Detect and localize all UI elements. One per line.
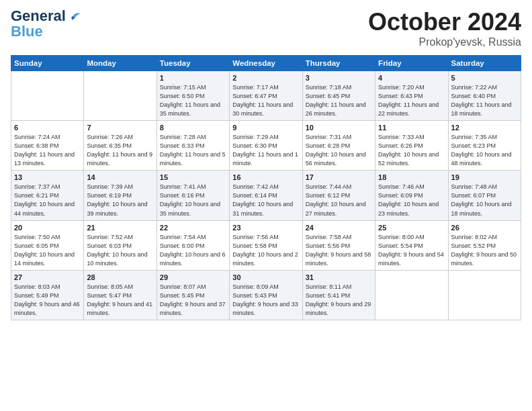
day-cell: 21Sunrise: 7:52 AMSunset: 6:03 PMDayligh… — [84, 220, 157, 270]
location: Prokop'yevsk, Russia — [368, 36, 521, 48]
day-cell: 3Sunrise: 7:18 AMSunset: 6:45 PMDaylight… — [302, 71, 375, 121]
logo-bird-icon — [67, 11, 82, 21]
day-number: 10 — [306, 124, 372, 132]
day-number: 22 — [160, 224, 226, 232]
week-row-5: 27Sunrise: 8:03 AMSunset: 5:49 PMDayligh… — [11, 270, 521, 320]
day-cell: 18Sunrise: 7:46 AMSunset: 6:09 PMDayligh… — [375, 171, 448, 220]
day-info: Sunrise: 7:33 AMSunset: 6:26 PMDaylight:… — [378, 133, 445, 168]
day-info: Sunrise: 7:26 AMSunset: 6:35 PMDaylight:… — [87, 133, 153, 168]
day-info: Sunrise: 7:56 AMSunset: 5:58 PMDaylight:… — [232, 233, 299, 268]
day-info: Sunrise: 8:03 AMSunset: 5:49 PMDaylight:… — [14, 283, 81, 318]
day-cell: 2Sunrise: 7:17 AMSunset: 6:47 PMDaylight… — [230, 71, 302, 121]
week-row-1: 1Sunrise: 7:15 AMSunset: 6:50 PMDaylight… — [11, 71, 521, 121]
day-number: 27 — [14, 273, 81, 281]
day-info: Sunrise: 7:35 AMSunset: 6:23 PMDaylight:… — [451, 133, 518, 168]
day-number: 5 — [451, 74, 518, 82]
page-header: General Blue October 2024 Prokop'yevsk, … — [11, 8, 521, 48]
day-number: 31 — [306, 273, 372, 281]
col-header-monday: Monday — [84, 56, 157, 71]
logo-general: General — [11, 7, 66, 24]
day-cell: 31Sunrise: 8:11 AMSunset: 5:41 PMDayligh… — [302, 270, 375, 320]
day-info: Sunrise: 7:52 AMSunset: 6:03 PMDaylight:… — [87, 233, 153, 268]
day-info: Sunrise: 7:31 AMSunset: 6:28 PMDaylight:… — [306, 133, 372, 168]
logo: General Blue — [11, 8, 82, 39]
day-cell: 5Sunrise: 7:22 AMSunset: 6:40 PMDaylight… — [448, 71, 521, 121]
day-cell: 25Sunrise: 8:00 AMSunset: 5:54 PMDayligh… — [375, 220, 448, 270]
day-cell: 26Sunrise: 8:02 AMSunset: 5:52 PMDayligh… — [448, 220, 521, 270]
day-cell: 8Sunrise: 7:28 AMSunset: 6:33 PMDaylight… — [157, 121, 229, 171]
day-number: 19 — [451, 173, 518, 181]
day-info: Sunrise: 7:46 AMSunset: 6:09 PMDaylight:… — [378, 183, 445, 218]
day-cell: 30Sunrise: 8:09 AMSunset: 5:43 PMDayligh… — [230, 270, 302, 320]
page-container: General Blue October 2024 Prokop'yevsk, … — [0, 0, 532, 326]
day-info: Sunrise: 7:18 AMSunset: 6:45 PMDaylight:… — [306, 83, 372, 118]
day-cell: 1Sunrise: 7:15 AMSunset: 6:50 PMDaylight… — [157, 71, 229, 121]
week-row-3: 13Sunrise: 7:37 AMSunset: 6:21 PMDayligh… — [11, 171, 521, 220]
day-cell: 15Sunrise: 7:41 AMSunset: 6:16 PMDayligh… — [157, 171, 229, 220]
col-header-tuesday: Tuesday — [157, 56, 229, 71]
day-number: 23 — [232, 224, 299, 232]
day-number: 12 — [451, 124, 518, 132]
day-info: Sunrise: 8:00 AMSunset: 5:54 PMDaylight:… — [378, 233, 445, 268]
day-info: Sunrise: 7:28 AMSunset: 6:33 PMDaylight:… — [160, 133, 226, 168]
day-info: Sunrise: 7:44 AMSunset: 6:12 PMDaylight:… — [306, 183, 372, 218]
day-cell: 24Sunrise: 7:58 AMSunset: 5:56 PMDayligh… — [302, 220, 375, 270]
day-number: 26 — [451, 224, 518, 232]
day-number: 28 — [87, 273, 153, 281]
day-cell: 11Sunrise: 7:33 AMSunset: 6:26 PMDayligh… — [375, 121, 448, 171]
day-number: 18 — [378, 173, 445, 181]
week-row-2: 6Sunrise: 7:24 AMSunset: 6:38 PMDaylight… — [11, 121, 521, 171]
day-cell: 9Sunrise: 7:29 AMSunset: 6:30 PMDaylight… — [230, 121, 302, 171]
day-info: Sunrise: 8:11 AMSunset: 5:41 PMDaylight:… — [306, 283, 372, 318]
day-info: Sunrise: 8:09 AMSunset: 5:43 PMDaylight:… — [232, 283, 299, 318]
day-cell: 16Sunrise: 7:42 AMSunset: 6:14 PMDayligh… — [230, 171, 302, 220]
day-cell: 23Sunrise: 7:56 AMSunset: 5:58 PMDayligh… — [230, 220, 302, 270]
day-info: Sunrise: 7:39 AMSunset: 6:19 PMDaylight:… — [87, 183, 153, 218]
day-number: 2 — [232, 74, 299, 82]
day-cell: 13Sunrise: 7:37 AMSunset: 6:21 PMDayligh… — [11, 171, 84, 220]
day-info: Sunrise: 7:48 AMSunset: 6:07 PMDaylight:… — [451, 183, 518, 218]
day-number: 14 — [87, 173, 153, 181]
col-header-friday: Friday — [375, 56, 448, 71]
day-number: 24 — [306, 224, 372, 232]
week-row-4: 20Sunrise: 7:50 AMSunset: 6:05 PMDayligh… — [11, 220, 521, 270]
day-number: 29 — [160, 273, 226, 281]
day-cell: 10Sunrise: 7:31 AMSunset: 6:28 PMDayligh… — [302, 121, 375, 171]
day-number: 6 — [14, 124, 81, 132]
day-cell: 12Sunrise: 7:35 AMSunset: 6:23 PMDayligh… — [448, 121, 521, 171]
day-cell — [375, 270, 448, 320]
day-cell: 4Sunrise: 7:20 AMSunset: 6:43 PMDaylight… — [375, 71, 448, 121]
day-number: 25 — [378, 224, 445, 232]
day-cell: 17Sunrise: 7:44 AMSunset: 6:12 PMDayligh… — [302, 171, 375, 220]
col-header-wednesday: Wednesday — [230, 56, 302, 71]
day-cell: 14Sunrise: 7:39 AMSunset: 6:19 PMDayligh… — [84, 171, 157, 220]
day-number: 1 — [160, 74, 226, 82]
day-info: Sunrise: 7:54 AMSunset: 6:00 PMDaylight:… — [160, 233, 226, 268]
day-cell: 6Sunrise: 7:24 AMSunset: 6:38 PMDaylight… — [11, 121, 84, 171]
day-number: 17 — [306, 173, 372, 181]
day-cell: 7Sunrise: 7:26 AMSunset: 6:35 PMDaylight… — [84, 121, 157, 171]
day-number: 20 — [14, 224, 81, 232]
col-header-thursday: Thursday — [302, 56, 375, 71]
day-info: Sunrise: 7:17 AMSunset: 6:47 PMDaylight:… — [232, 83, 299, 118]
month-title: October 2024 — [368, 8, 521, 36]
day-cell — [11, 71, 84, 121]
col-header-saturday: Saturday — [448, 56, 521, 71]
day-cell: 20Sunrise: 7:50 AMSunset: 6:05 PMDayligh… — [11, 220, 84, 270]
day-number: 11 — [378, 124, 445, 132]
day-number: 8 — [160, 124, 226, 132]
day-info: Sunrise: 7:15 AMSunset: 6:50 PMDaylight:… — [160, 83, 226, 118]
col-header-sunday: Sunday — [11, 56, 84, 71]
day-number: 30 — [232, 273, 299, 281]
day-number: 15 — [160, 173, 226, 181]
day-info: Sunrise: 7:42 AMSunset: 6:14 PMDaylight:… — [232, 183, 299, 218]
day-info: Sunrise: 7:37 AMSunset: 6:21 PMDaylight:… — [14, 183, 81, 218]
day-info: Sunrise: 7:41 AMSunset: 6:16 PMDaylight:… — [160, 183, 226, 218]
day-number: 21 — [87, 224, 153, 232]
day-info: Sunrise: 8:05 AMSunset: 5:47 PMDaylight:… — [87, 283, 153, 318]
day-info: Sunrise: 7:20 AMSunset: 6:43 PMDaylight:… — [378, 83, 445, 118]
day-number: 4 — [378, 74, 445, 82]
day-cell: 22Sunrise: 7:54 AMSunset: 6:00 PMDayligh… — [157, 220, 229, 270]
day-info: Sunrise: 7:22 AMSunset: 6:40 PMDaylight:… — [451, 83, 518, 118]
day-cell: 27Sunrise: 8:03 AMSunset: 5:49 PMDayligh… — [11, 270, 84, 320]
